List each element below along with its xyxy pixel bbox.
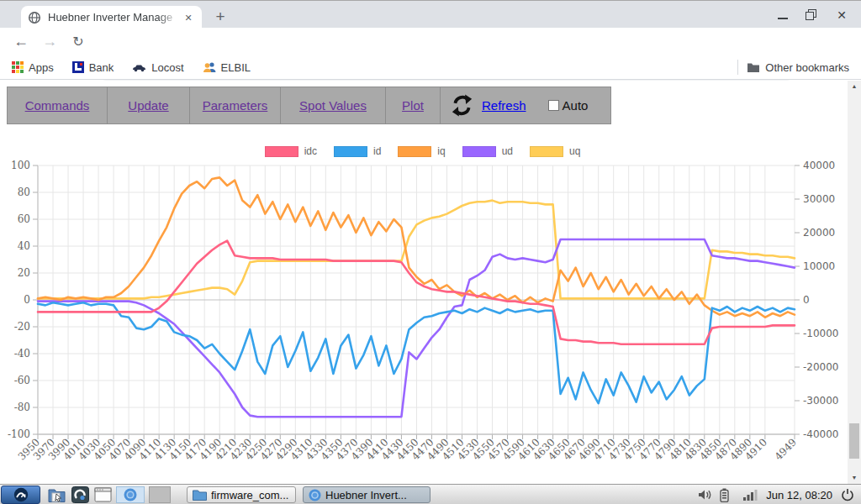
task-button-huebner[interactable]: Huebner Invert... (303, 486, 430, 503)
refresh-icon[interactable] (451, 94, 473, 117)
other-bookmarks-button[interactable]: Other bookmarks (747, 61, 849, 74)
y-right-tick-label: -30000 (803, 395, 839, 407)
browser-launcher[interactable] (71, 486, 89, 504)
scroll-down-button[interactable]: ▼ (848, 472, 861, 484)
nav-cell-plot: Plot (386, 87, 441, 123)
folder-icon (747, 61, 760, 73)
back-button[interactable]: ← (10, 31, 32, 53)
battery-tray-icon[interactable] (720, 488, 729, 502)
y-left-tick-label: -40 (14, 348, 30, 360)
bookmarks-divider (737, 60, 738, 75)
volume-tray-icon[interactable] (698, 489, 713, 501)
reload-button[interactable]: ↻ (67, 31, 89, 53)
task-button-firmware[interactable]: firmware_com... (187, 486, 296, 503)
bank-icon (72, 61, 84, 73)
swirl-browser-icon (71, 486, 89, 503)
nav-link-refresh[interactable]: Refresh (482, 98, 526, 113)
start-menu-button[interactable] (1, 486, 40, 504)
chart-area: idcidiquduq 3950397039904010403040504070… (0, 134, 848, 484)
window-close-button[interactable]: ✕ (832, 8, 851, 23)
browser-tab[interactable]: Huebner Inverter Manage ✕ (21, 6, 202, 29)
bookmark-elbil[interactable]: ELBIL (203, 61, 251, 74)
forward-button[interactable]: → (39, 31, 61, 53)
nav-cell-spot-values: Spot Values (281, 87, 386, 123)
y-right-tick-label: 10000 (803, 260, 835, 272)
nav-link-spot-values[interactable]: Spot Values (299, 98, 367, 113)
network-signal-tray-icon[interactable] (742, 489, 759, 501)
nav-cell-commands: Commands (8, 87, 108, 123)
site-nav-bar: Commands Update Parameters Spot Values P… (7, 87, 611, 124)
tab-strip: Huebner Inverter Manage ✕ + ✕ (0, 0, 861, 28)
desktop: Huebner Inverter Manage ✕ + ✕ ← → ↻ Not … (0, 0, 861, 504)
chromium-launcher[interactable] (116, 486, 145, 503)
browser-toolbar: ← → ↻ Not secure 192.168.4.1/#plot ☆ ⋮ (0, 28, 861, 55)
chromium-icon (309, 489, 321, 501)
y-left-tick-label: -80 (14, 402, 30, 413)
y-left-tick-label: -100 (8, 428, 30, 440)
y-left-tick-label: 20 (18, 267, 30, 279)
taskbar: firmware_com... Huebner Invert... (0, 484, 861, 504)
tab-close-icon[interactable]: ✕ (182, 11, 195, 24)
chromium-icon (124, 488, 137, 501)
system-tray: Jun 12, 08:20 (691, 485, 861, 504)
people-icon (203, 61, 216, 73)
nav-link-update[interactable]: Update (128, 98, 168, 113)
y-left-tick-label: -20 (14, 321, 30, 333)
folder-icon (193, 489, 207, 501)
power-button[interactable] (841, 488, 854, 501)
nav-cell-refresh: Refresh Auto (441, 87, 610, 123)
scrollbar-thumb[interactable] (849, 423, 859, 459)
y-left-tick-label: -60 (14, 375, 30, 386)
y-right-tick-label: -20000 (803, 361, 839, 373)
auto-label: Auto (563, 98, 589, 113)
y-right-tick-label: 30000 (803, 193, 835, 205)
nav-cell-parameters: Parameters (190, 87, 281, 123)
y-left-tick-label: 0 (24, 294, 30, 306)
bookmark-locost[interactable]: Locost (132, 61, 183, 74)
window-minimize-button[interactable] (774, 8, 792, 23)
y-left-tick-label: 60 (18, 213, 30, 225)
window-restore-button[interactable] (802, 8, 821, 23)
globe-favicon-icon (28, 11, 41, 24)
minimize-icon (778, 18, 788, 19)
bookmark-apps[interactable]: Apps (12, 61, 54, 74)
desktop-pager[interactable] (149, 486, 171, 503)
auto-checkbox[interactable] (548, 100, 559, 111)
page-scrollbar[interactable]: ▲ ▼ (848, 81, 861, 484)
nav-link-parameters[interactable]: Parameters (203, 98, 268, 113)
y-right-tick-label: 20000 (803, 227, 835, 239)
apps-grid-icon (12, 61, 24, 73)
bookmarks-bar: Apps Bank Locost ELBIL Other boo (0, 55, 861, 80)
web-page: Commands Update Parameters Spot Values P… (0, 81, 848, 484)
scroll-up-button[interactable]: ▲ (848, 81, 861, 92)
chart-canvas[interactable]: 3950397039904010403040504070409041104130… (0, 134, 848, 484)
y-left-tick-label: 40 (18, 240, 30, 252)
task-label: firmware_com... (211, 489, 288, 501)
nav-cell-update: Update (108, 87, 190, 123)
y-right-tick-label: 0 (803, 294, 810, 306)
task-label: Huebner Invert... (325, 489, 407, 501)
y-right-tick-label: -10000 (803, 328, 839, 339)
y-right-tick-label: -40000 (803, 428, 839, 440)
y-left-tick-label: 100 (11, 160, 30, 171)
bookmark-bank[interactable]: Bank (72, 61, 114, 74)
start-logo-icon (13, 487, 29, 502)
nav-link-plot[interactable]: Plot (402, 98, 424, 113)
file-manager-icon (48, 486, 66, 503)
x-tick-label: 4949 (773, 436, 799, 462)
taskbar-clock[interactable]: Jun 12, 08:20 (766, 489, 832, 501)
new-tab-button[interactable]: + (210, 8, 230, 28)
nav-link-commands[interactable]: Commands (25, 98, 90, 113)
window-icon (94, 486, 112, 503)
car-icon (132, 62, 146, 72)
y-right-tick-label: 40000 (803, 160, 835, 171)
tab-title: Huebner Inverter Manage (48, 11, 182, 24)
terminal-launcher[interactable] (94, 486, 112, 504)
y-left-tick-label: 80 (18, 186, 30, 198)
file-manager-launcher[interactable] (48, 486, 66, 504)
